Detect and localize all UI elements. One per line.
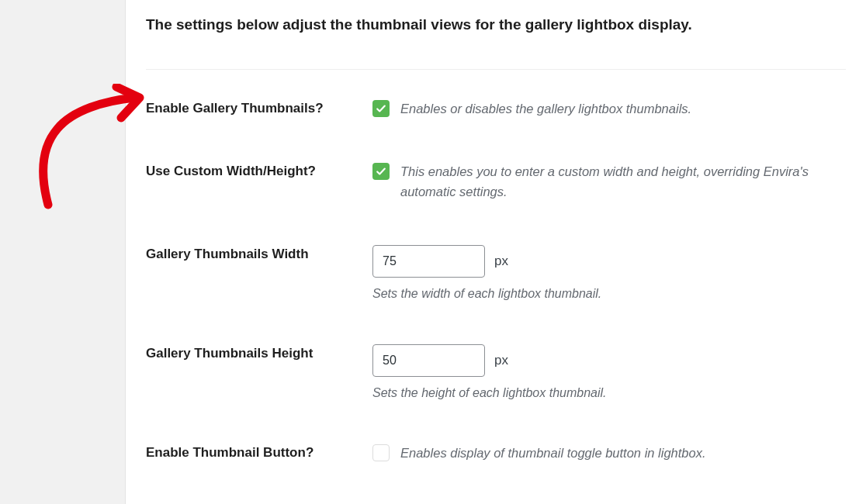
check-icon [376,103,386,114]
help-enable-thumbnail-button: Enables display of thumbnail toggle butt… [400,444,706,464]
label-enable-gallery-thumbnails: Enable Gallery Thumbnails? [146,99,372,116]
settings-panel: The settings below adjust the thumbnail … [126,0,866,504]
row-enable-gallery-thumbnails: Enable Gallery Thumbnails? Enables or di… [146,99,846,119]
help-custom-size: This enables you to enter a custom width… [400,162,846,202]
label-thumbnails-width: Gallery Thumbnails Width [146,245,372,262]
unit-thumbnails-height: px [494,353,508,368]
check-icon [376,166,386,177]
row-enable-thumbnail-button: Enable Thumbnail Button? Enables display… [146,444,846,464]
row-custom-size: Use Custom Width/Height? This enables yo… [146,162,846,202]
unit-thumbnails-width: px [494,254,508,269]
checkbox-custom-size[interactable] [372,163,390,180]
input-thumbnails-height[interactable] [372,344,485,377]
row-thumbnails-height: Gallery Thumbnails Height px Sets the he… [146,344,846,400]
help-enable-gallery-thumbnails: Enables or disables the gallery lightbox… [400,99,691,119]
help-thumbnails-width: Sets the width of each lightbox thumbnai… [372,287,846,301]
row-thumbnails-width: Gallery Thumbnails Width px Sets the wid… [146,245,846,301]
sidebar [0,0,126,504]
checkbox-enable-gallery-thumbnails[interactable] [372,100,390,117]
section-heading: The settings below adjust the thumbnail … [146,16,846,35]
label-thumbnails-height: Gallery Thumbnails Height [146,344,372,361]
checkbox-enable-thumbnail-button[interactable] [372,444,390,461]
label-custom-size: Use Custom Width/Height? [146,162,372,179]
label-enable-thumbnail-button: Enable Thumbnail Button? [146,444,372,461]
input-thumbnails-width[interactable] [372,245,485,278]
help-thumbnails-height: Sets the height of each lightbox thumbna… [372,386,846,400]
divider [146,69,846,70]
